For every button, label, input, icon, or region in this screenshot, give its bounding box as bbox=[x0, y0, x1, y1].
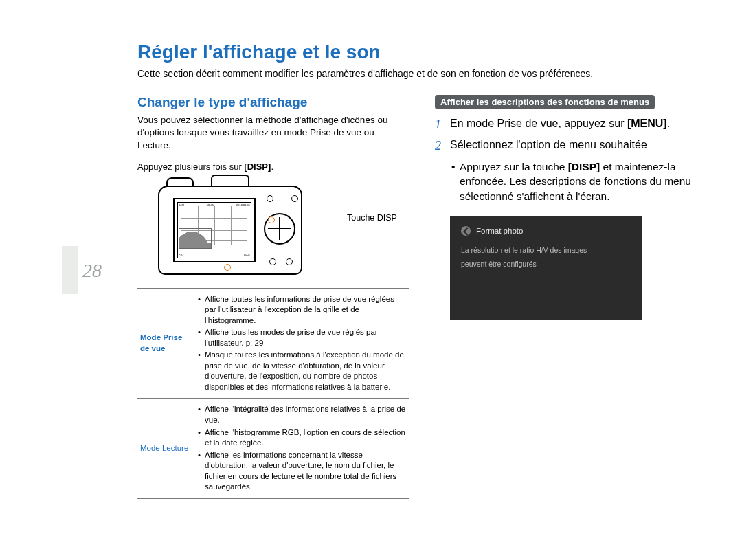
list-item: Masque toutes les informations à l'excep… bbox=[196, 350, 406, 392]
intro-paragraph: Vous pouvez sélectionner la méthode d'af… bbox=[137, 114, 409, 152]
step-suffix: . bbox=[667, 117, 670, 129]
callout-label: Touche DISP bbox=[347, 213, 397, 223]
callout-leader-line bbox=[276, 219, 345, 219]
list-item: Affiche toutes les informations de prise… bbox=[196, 294, 406, 326]
main-title: Régler l'affichage et le son bbox=[137, 41, 694, 63]
camera-body: 14M 50:45 2010.01.01 F3.7 0001 bbox=[158, 179, 302, 275]
camera-button-4 bbox=[286, 258, 293, 265]
step-2: 2 Sélectionnez l'option de menu souhaité… bbox=[435, 137, 694, 155]
mode-label-playback: Mode Lecture bbox=[137, 399, 194, 498]
list-item: Affiche l'histogramme RGB, l'option en c… bbox=[196, 427, 406, 449]
list-item: Affiche l'intégralité des informations r… bbox=[196, 404, 406, 425]
press-suffix: . bbox=[271, 161, 273, 172]
menu-key: [MENU] bbox=[627, 117, 667, 129]
menu-description-preview: Format photo La résolution et le ratio H… bbox=[450, 216, 642, 320]
two-column-layout: Changer le type d'affichage Vous pouvez … bbox=[137, 95, 694, 498]
step-1: 1 En mode Prise de vue, appuyez sur [MEN… bbox=[435, 116, 694, 133]
step-body: Sélectionnez l'option de menu souhaitée bbox=[450, 137, 694, 155]
camera-diagram: 14M 50:45 2010.01.01 F3.7 0001 bbox=[137, 179, 409, 285]
mode-label-shooting: Mode Prise de vue bbox=[137, 288, 194, 399]
camera-lcd-screen: 14M 50:45 2010.01.01 F3.7 0001 bbox=[173, 198, 256, 262]
callout-down-line bbox=[227, 269, 227, 287]
step-number: 2 bbox=[435, 137, 450, 155]
sub-prefix: Appuyez sur la touche bbox=[460, 161, 568, 172]
preview-title: Format photo bbox=[476, 227, 523, 235]
page-number: 28 bbox=[82, 260, 102, 282]
list-item: Affiche les informations concernant la v… bbox=[196, 450, 406, 493]
section-pill-heading: Afficher les descriptions des fonctions … bbox=[435, 95, 655, 109]
step-body: En mode Prise de vue, appuyez sur [MENU]… bbox=[450, 116, 694, 133]
mode-items-playback: Affiche l'intégralité des informations r… bbox=[194, 399, 409, 498]
step-text: En mode Prise de vue, appuyez sur bbox=[450, 117, 627, 129]
lcd-aperture: F3.7 bbox=[179, 253, 184, 256]
mode-items-shooting: Affiche toutes les informations de prise… bbox=[194, 288, 409, 399]
back-icon bbox=[461, 226, 471, 236]
camera-button-2 bbox=[291, 195, 298, 202]
press-key: [DISP] bbox=[244, 161, 271, 172]
list-item: Affiche tous les modes de prise de vue r… bbox=[196, 327, 406, 348]
lcd-bottom-row: F3.7 0001 bbox=[179, 251, 250, 258]
preview-text: La résolution et le ratio H/V des images… bbox=[461, 244, 631, 271]
press-instruction: Appuyez plusieurs fois sur [DISP]. bbox=[137, 161, 409, 172]
display-modes-table: Mode Prise de vue Affiche toutes les inf… bbox=[137, 288, 409, 499]
lcd-counter: 0001 bbox=[244, 253, 250, 256]
left-column: Changer le type d'affichage Vous pouvez … bbox=[137, 95, 409, 498]
right-column: Afficher les descriptions des fonctions … bbox=[435, 95, 694, 498]
preview-line-2: peuvent être configurés bbox=[461, 258, 631, 271]
disp-key: [DISP] bbox=[568, 161, 600, 172]
preview-line-1: La résolution et le ratio H/V des images bbox=[461, 244, 631, 258]
lcd-histogram bbox=[179, 228, 212, 249]
camera-button-3 bbox=[269, 258, 276, 265]
main-description: Cette section décrit comment modifier le… bbox=[137, 67, 694, 80]
press-prefix: Appuyez plusieurs fois sur bbox=[137, 161, 244, 172]
table-row: Mode Prise de vue Affiche toutes les inf… bbox=[137, 288, 409, 399]
steps-list: 1 En mode Prise de vue, appuyez sur [MEN… bbox=[435, 116, 694, 203]
page-container: Régler l'affichage et le son Cette secti… bbox=[0, 0, 742, 526]
preview-header: Format photo bbox=[461, 226, 631, 236]
step-number: 1 bbox=[435, 116, 450, 133]
camera-button-1 bbox=[267, 195, 273, 202]
section-heading: Changer le type d'affichage bbox=[137, 95, 409, 110]
sub-instruction: Appuyez sur la touche [DISP] et maintene… bbox=[435, 159, 694, 204]
table-row: Mode Lecture Affiche l'intégralité des i… bbox=[137, 399, 409, 498]
